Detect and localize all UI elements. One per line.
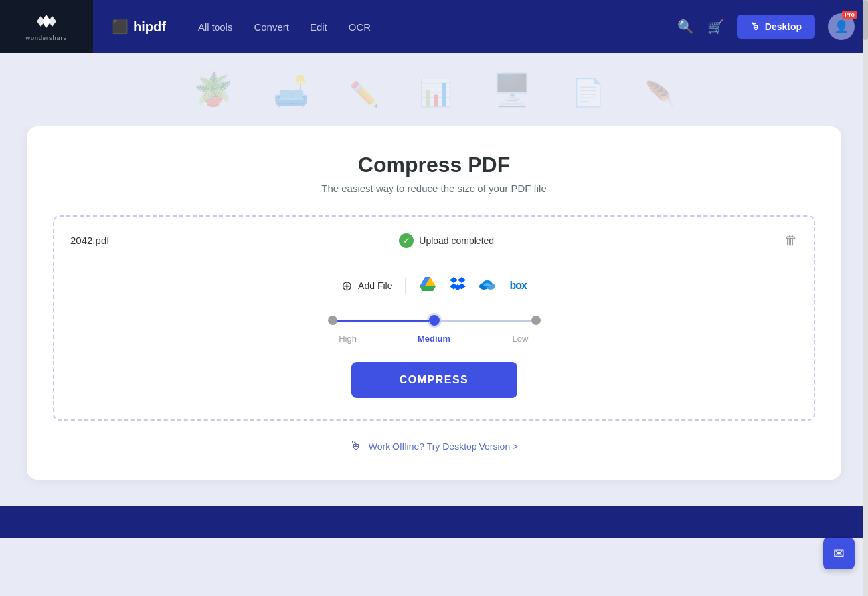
slider-labels-row: High Medium Low — [328, 334, 541, 344]
dot-medium[interactable] — [429, 315, 440, 326]
deco-monitor-icon: 🖥️ — [492, 71, 532, 108]
cart-icon[interactable]: 🛒 — [707, 19, 724, 35]
navbar: wondershare ⬛ hipdf All tools Convert Ed… — [0, 0, 868, 53]
track-high-to-medium — [337, 320, 429, 322]
dropbox-icon[interactable] — [450, 276, 466, 295]
deco-chart-icon: 📊 — [419, 77, 452, 108]
nav-edit[interactable]: Edit — [310, 21, 327, 33]
user-avatar-wrap[interactable]: 👤 Pro — [828, 13, 855, 40]
scrollbar[interactable] — [863, 0, 868, 596]
desktop-button[interactable]: 🖰 Desktop — [737, 15, 815, 39]
desktop-promo-link[interactable]: 🖰 Work Offline? Try Desktop Version > — [53, 439, 815, 453]
main-card: Compress PDF The easiest way to reduce t… — [27, 126, 841, 480]
desktop-btn-icon: 🖰 — [750, 21, 760, 32]
deco-feather-icon: 🪶 — [645, 80, 675, 108]
hipdf-brand: ⬛ hipdf — [93, 19, 185, 35]
nav-convert[interactable]: Convert — [254, 21, 289, 33]
nav-all-tools[interactable]: All tools — [198, 21, 233, 33]
label-medium: Medium — [414, 334, 454, 344]
add-file-button[interactable]: ⊕ Add File — [341, 278, 392, 294]
hipdf-text: hipdf — [133, 19, 166, 35]
page-title: Compress PDF — [53, 153, 815, 177]
status-text: Upload completed — [419, 235, 494, 246]
track-medium-to-low — [440, 320, 531, 322]
deco-plant-icon: 🪴 — [193, 71, 233, 108]
upload-status: ✓ Upload completed — [399, 233, 494, 248]
check-icon: ✓ — [399, 233, 414, 248]
desktop-promo-text: Work Offline? Try Desktop Version > — [369, 441, 519, 452]
search-icon[interactable]: 🔍 — [677, 19, 694, 35]
delete-file-button[interactable]: 🗑 — [784, 233, 798, 248]
box-icon[interactable]: box — [509, 280, 526, 292]
compress-button[interactable]: COMPRESS — [351, 362, 517, 398]
upload-area: 2042.pdf ✓ Upload completed 🗑 ⊕ Add File — [53, 215, 815, 421]
file-row: 2042.pdf ✓ Upload completed 🗑 — [70, 233, 798, 260]
wondershare-logo: wondershare — [0, 0, 93, 53]
add-file-label: Add File — [358, 280, 392, 291]
deco-pencil-icon: ✏️ — [349, 80, 379, 108]
background-decoration: 🪴 🛋️ ✏️ 📊 🖥️ 📄 🪶 — [0, 53, 868, 126]
nav-links: All tools Convert Edit OCR — [185, 21, 677, 33]
deco-doc-icon: 📄 — [572, 77, 605, 108]
page-subtitle: The easiest way to reduce the size of yo… — [53, 183, 815, 194]
nav-ocr[interactable]: OCR — [349, 21, 371, 33]
bottom-bar — [0, 506, 868, 538]
pro-badge: Pro — [842, 11, 857, 19]
dot-high[interactable] — [328, 316, 337, 325]
compression-slider-section: High Medium Low — [70, 314, 798, 344]
deco-lamp-icon: 🛋️ — [273, 74, 309, 108]
google-drive-icon[interactable] — [419, 276, 436, 295]
desktop-btn-label: Desktop — [765, 21, 802, 32]
label-high: High — [328, 334, 368, 344]
slider-dots-row[interactable] — [328, 314, 541, 327]
onedrive-icon[interactable] — [479, 277, 496, 294]
deco-icons-row: 🪴 🛋️ ✏️ 📊 🖥️ 📄 🪶 — [193, 71, 675, 108]
plus-circle-icon: ⊕ — [341, 278, 353, 294]
add-file-row: ⊕ Add File — [70, 276, 798, 295]
nav-actions: 🔍 🛒 🖰 Desktop 👤 Pro — [677, 13, 868, 40]
desktop-promo-icon: 🖰 — [350, 439, 362, 453]
file-name: 2042.pdf — [70, 235, 109, 246]
vertical-divider — [405, 278, 406, 294]
label-low: Low — [501, 334, 541, 344]
floating-email-button[interactable]: ✉ — [823, 538, 855, 569]
scrollbar-thumb[interactable] — [863, 0, 868, 40]
dot-low[interactable] — [531, 316, 541, 325]
